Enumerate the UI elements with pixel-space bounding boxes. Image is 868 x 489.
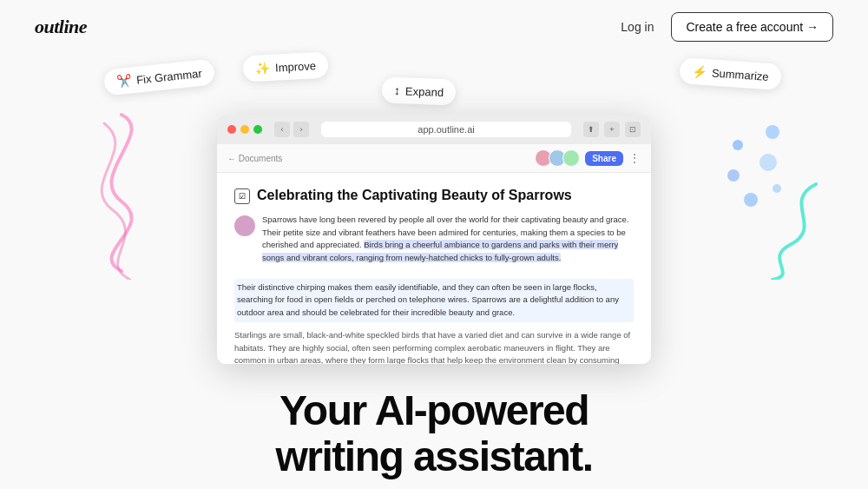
doc-action-group: Share ⋮ bbox=[538, 149, 641, 167]
svg-point-5 bbox=[744, 193, 758, 207]
author-avatar bbox=[234, 215, 255, 236]
traffic-lights bbox=[227, 125, 262, 134]
doc-content-area: ☑ Celebrating the Captivating Beauty of … bbox=[217, 173, 651, 364]
doc-breadcrumb[interactable]: ← Documents bbox=[227, 154, 282, 163]
svg-point-3 bbox=[727, 169, 740, 182]
doc-title: Celebrating the Captivating Beauty of Sp… bbox=[257, 187, 572, 205]
browser-nav-controls: ‹ › bbox=[274, 122, 309, 137]
logo: outline bbox=[35, 16, 87, 38]
doc-title-row: ☑ Celebrating the Captivating Beauty of … bbox=[234, 187, 634, 205]
forward-button[interactable]: › bbox=[293, 122, 309, 137]
teal-squiggle-decoration bbox=[746, 175, 833, 280]
summarize-badge: ⚡ Summarize bbox=[679, 57, 782, 90]
collaborator-avatar-3 bbox=[562, 149, 580, 167]
svg-point-2 bbox=[760, 154, 777, 171]
svg-point-4 bbox=[773, 184, 781, 193]
close-traffic-light bbox=[227, 125, 236, 134]
svg-point-1 bbox=[733, 140, 743, 150]
share-browser-button[interactable]: ⬆ bbox=[583, 122, 599, 137]
svg-point-0 bbox=[766, 125, 779, 139]
browser-action-buttons: ⬆ + ⊡ bbox=[583, 122, 641, 137]
browser-chrome-bar: ‹ › app.outline.ai ⬆ + ⊡ bbox=[217, 115, 651, 144]
navbar: outline Log in Create a free account → bbox=[0, 0, 868, 54]
doc-title-icon: ☑ bbox=[234, 188, 250, 204]
nav-actions: Log in Create a free account → bbox=[621, 12, 833, 42]
summarize-icon: ⚡ bbox=[692, 64, 707, 79]
new-tab-button[interactable]: + bbox=[604, 122, 620, 137]
sidebar-toggle-button[interactable]: ⊡ bbox=[625, 122, 641, 137]
more-options-button[interactable]: ⋮ bbox=[628, 151, 641, 165]
hero-headline: Your AI-powered writing assistant. bbox=[252, 388, 616, 480]
doc-toolbar: ← Documents Share ⋮ bbox=[217, 144, 651, 173]
blue-dots-decoration bbox=[720, 123, 790, 210]
improve-badge: ✨ Improve bbox=[242, 51, 328, 82]
hero-section: ✂️ Fix Grammar ✨ Improve ↕️ Expand ⚡ Sum… bbox=[0, 54, 868, 489]
author-row: Sparrows have long been revered by peopl… bbox=[234, 214, 634, 272]
doc-paragraph-1: Sparrows have long been revered by peopl… bbox=[262, 214, 634, 265]
minimize-traffic-light bbox=[240, 125, 249, 134]
url-bar[interactable]: app.outline.ai bbox=[321, 122, 571, 137]
expand-icon: ↕️ bbox=[394, 83, 401, 97]
fix-icon: ✂️ bbox=[115, 73, 132, 89]
login-link[interactable]: Log in bbox=[621, 20, 654, 34]
browser-mockup: ‹ › app.outline.ai ⬆ + ⊡ ← Documents Sha… bbox=[217, 115, 651, 364]
expand-badge: ↕️ Expand bbox=[382, 77, 457, 106]
collaborator-avatars bbox=[538, 149, 580, 167]
pink-squiggle-decoration bbox=[69, 106, 174, 280]
maximize-traffic-light bbox=[253, 125, 262, 134]
improve-icon: ✨ bbox=[255, 61, 271, 76]
hero-text-block: Your AI-powered writing assistant. Outli… bbox=[217, 364, 651, 489]
doc-paragraph-2: Their distinctive chirping makes them ea… bbox=[234, 279, 634, 322]
doc-paragraph-3: Starlings are small, black-and-white spe… bbox=[234, 329, 634, 364]
share-doc-button[interactable]: Share bbox=[585, 151, 623, 166]
create-account-button[interactable]: Create a free account → bbox=[671, 12, 833, 42]
back-button[interactable]: ‹ bbox=[274, 122, 290, 137]
fix-grammar-badge: ✂️ Fix Grammar bbox=[103, 58, 215, 96]
